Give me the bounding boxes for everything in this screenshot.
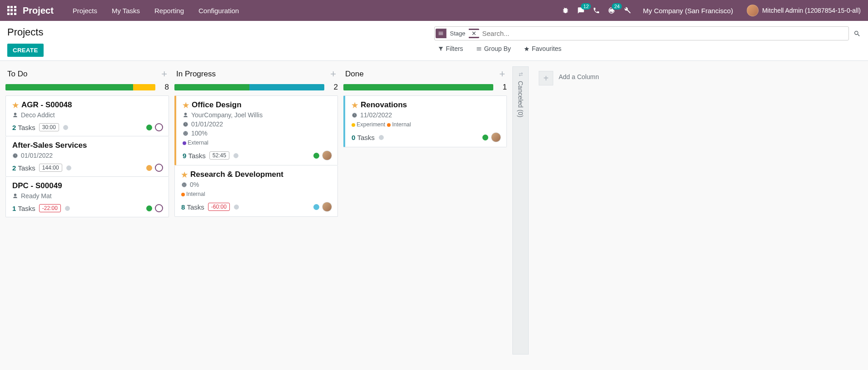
column-title[interactable]: Done <box>345 70 364 79</box>
kanban-card[interactable]: DPC - S00049 Ready Mat 1 Tasks -22:00 <box>5 177 169 217</box>
status-dot[interactable] <box>146 125 152 130</box>
tag: External <box>183 140 208 146</box>
kanban-column: To Do + 8 ★AGR - S00048 Deco Addict 2 Ta… <box>5 66 169 355</box>
star-icon[interactable]: ★ <box>181 170 188 179</box>
satisfaction-icon[interactable] <box>155 164 163 172</box>
collapsed-label: Canceled (0) <box>517 81 524 117</box>
search-input[interactable] <box>479 28 846 39</box>
filters-button[interactable]: Filters <box>438 45 463 52</box>
assignee-avatar[interactable] <box>491 132 501 142</box>
quick-create-icon[interactable]: + <box>161 68 167 80</box>
card-tags: External <box>183 139 332 146</box>
phone-icon[interactable] <box>593 7 600 14</box>
tasks-count[interactable]: 9 Tasks <box>183 152 206 160</box>
clock-icon[interactable] <box>233 153 239 159</box>
debug-icon[interactable] <box>562 7 569 14</box>
search-facet-stage: Stage ✕ <box>436 29 480 38</box>
filters-label: Filters <box>446 45 463 52</box>
tasks-count[interactable]: 0 Tasks <box>352 134 375 141</box>
user-menu[interactable]: Mitchell Admin (12087854-15-0-all) <box>747 5 861 16</box>
main-menu: Projects My Tasks Reporting Configuratio… <box>66 7 245 15</box>
tasks-count[interactable]: 8 Tasks <box>181 203 204 211</box>
menu-reporting[interactable]: Reporting <box>154 7 184 15</box>
star-icon[interactable]: ★ <box>352 101 358 110</box>
activities-badge: 24 <box>612 3 622 10</box>
satisfaction-icon[interactable] <box>155 123 163 131</box>
column-count: 1 <box>498 83 507 92</box>
status-dot[interactable] <box>146 205 152 211</box>
status-dot[interactable] <box>313 153 319 159</box>
status-dot[interactable] <box>146 165 152 171</box>
status-dot[interactable] <box>313 204 319 210</box>
assignee-avatar[interactable] <box>322 202 332 212</box>
card-title: After-Sales Services <box>12 141 87 150</box>
favourites-button[interactable]: Favourites <box>524 45 561 52</box>
card-meta: 11/02/2022 <box>352 111 501 119</box>
expand-icon: ⇄ <box>519 71 523 77</box>
kanban-card[interactable]: After-Sales Services 01/01/2022 2 Tasks … <box>5 136 169 177</box>
add-column: +Add a Column <box>534 66 604 355</box>
search-icon[interactable] <box>853 30 861 37</box>
systray: 12 24 My Company (San Francisco) Mitchel… <box>562 5 861 16</box>
status-dot[interactable] <box>482 135 488 140</box>
menu-configuration[interactable]: Configuration <box>198 7 239 15</box>
svg-point-10 <box>183 184 184 184</box>
tasks-count[interactable]: 1 Tasks <box>12 205 35 212</box>
card-tags: Experiment Internal <box>352 120 501 128</box>
clock-icon[interactable] <box>378 135 384 140</box>
assignee-avatar[interactable] <box>322 150 332 160</box>
tools-icon[interactable] <box>624 7 631 14</box>
kanban-column-collapsed[interactable]: ⇄Canceled (0) <box>512 66 529 355</box>
card-list: ★Renovations 11/02/2022Experiment Intern… <box>343 95 507 147</box>
add-column-button[interactable]: + <box>539 71 553 85</box>
clock-icon[interactable] <box>233 204 239 210</box>
hours-pill: 144:00 <box>39 164 62 172</box>
kanban-card[interactable]: ★Office Design YourCompany, Joel Willis0… <box>174 95 338 165</box>
activities-icon[interactable]: 24 <box>608 7 615 14</box>
quick-create-icon[interactable]: + <box>499 68 505 80</box>
quick-create-icon[interactable]: + <box>330 68 336 80</box>
card-list: ★AGR - S00048 Deco Addict 2 Tasks 30:00 … <box>5 95 169 217</box>
favourites-label: Favourites <box>532 45 561 52</box>
groupby-label: Group By <box>484 45 511 52</box>
create-button[interactable]: CREATE <box>7 44 44 57</box>
star-icon[interactable]: ★ <box>183 101 189 110</box>
card-title: AGR - S00048 <box>21 100 72 110</box>
card-meta: 01/01/2022 <box>183 120 332 128</box>
app-brand[interactable]: Project <box>23 5 54 16</box>
add-column-label[interactable]: Add a Column <box>559 71 599 80</box>
page-title: Projects <box>7 26 434 38</box>
star-icon[interactable]: ★ <box>12 101 19 110</box>
column-title[interactable]: To Do <box>7 70 27 79</box>
kanban-card[interactable]: ★AGR - S00048 Deco Addict 2 Tasks 30:00 <box>5 95 169 136</box>
apps-icon[interactable] <box>7 6 16 15</box>
card-meta: 100% <box>183 130 332 137</box>
tag: Experiment <box>352 121 385 128</box>
search-box: Stage ✕ <box>434 26 849 40</box>
menu-my-tasks[interactable]: My Tasks <box>112 7 140 15</box>
column-title[interactable]: In Progress <box>176 70 216 79</box>
satisfaction-icon[interactable] <box>155 204 163 212</box>
tasks-count[interactable]: 2 Tasks <box>12 124 35 131</box>
progress-bar[interactable] <box>174 84 324 90</box>
progress-bar[interactable] <box>343 84 493 90</box>
hours-pill: -22:00 <box>39 204 61 212</box>
svg-point-11 <box>185 184 185 184</box>
clock-icon[interactable] <box>64 205 70 211</box>
menu-projects[interactable]: Projects <box>73 7 97 15</box>
kanban-card[interactable]: ★Research & Development 0%Internal 8 Tas… <box>174 165 338 217</box>
groupby-button[interactable]: Group By <box>476 45 511 52</box>
kanban-card[interactable]: ★Renovations 11/02/2022Experiment Intern… <box>343 95 507 147</box>
control-panel: Projects CREATE Stage ✕ Filters <box>0 21 868 61</box>
tag: Internal <box>387 121 411 128</box>
facet-remove-icon[interactable]: ✕ <box>469 30 479 37</box>
card-meta: Ready Mat <box>12 192 163 200</box>
clock-icon[interactable] <box>66 165 72 171</box>
messages-icon[interactable]: 12 <box>577 7 585 14</box>
tasks-count[interactable]: 2 Tasks <box>12 164 35 172</box>
progress-bar[interactable] <box>5 84 155 90</box>
hours-pill: 30:00 <box>39 123 59 131</box>
card-meta: 01/01/2022 <box>12 152 163 159</box>
clock-icon[interactable] <box>63 125 69 130</box>
company-switcher[interactable]: My Company (San Francisco) <box>643 7 733 15</box>
